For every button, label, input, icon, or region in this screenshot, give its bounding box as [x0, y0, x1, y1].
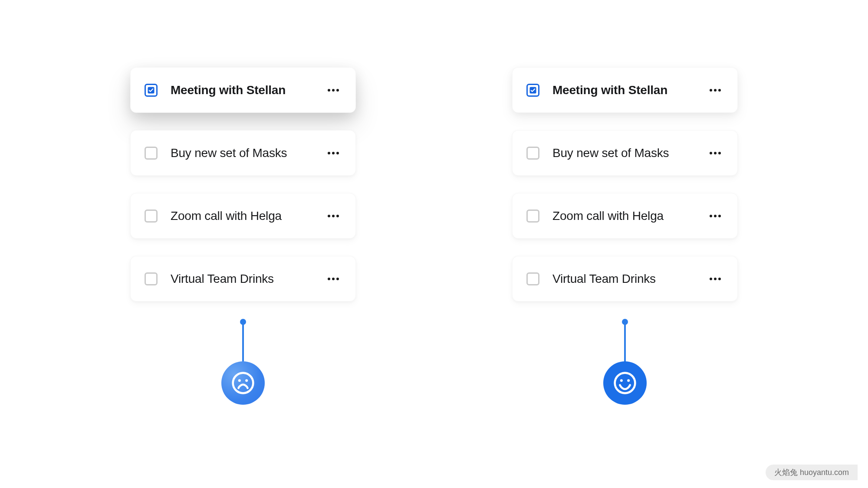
svg-point-6: [620, 379, 623, 382]
more-icon[interactable]: [325, 275, 342, 283]
task-card[interactable]: Buy new set of Masks: [512, 130, 738, 176]
more-icon[interactable]: [707, 275, 723, 283]
checkbox-icon[interactable]: [145, 272, 158, 285]
svg-point-3: [245, 379, 248, 382]
task-label: Virtual Team Drinks: [171, 272, 325, 286]
checkbox-icon[interactable]: [526, 272, 539, 285]
task-label: Virtual Team Drinks: [552, 272, 707, 286]
more-icon[interactable]: [325, 212, 342, 220]
task-label: Meeting with Stellan: [552, 83, 707, 97]
more-icon[interactable]: [707, 212, 723, 220]
checkbox-icon[interactable]: [526, 84, 539, 97]
checkbox-icon[interactable]: [145, 84, 158, 97]
sentiment-indicator: [603, 319, 647, 405]
happy-face-icon: [603, 361, 647, 405]
more-icon[interactable]: [325, 149, 342, 157]
checkbox-icon[interactable]: [145, 147, 158, 160]
task-label: Meeting with Stellan: [171, 83, 325, 97]
task-label: Buy new set of Masks: [552, 146, 707, 160]
right-task-list: Meeting with Stellan Buy new set of Mask…: [512, 67, 738, 301]
task-card[interactable]: Zoom call with Helga: [512, 193, 738, 239]
watermark-label: 火焰兔 huoyantu.com: [766, 465, 858, 480]
checkbox-icon[interactable]: [145, 210, 158, 223]
checkbox-icon[interactable]: [526, 147, 539, 160]
svg-point-7: [627, 379, 630, 382]
task-label: Zoom call with Helga: [552, 209, 707, 223]
task-label: Buy new set of Masks: [171, 146, 325, 160]
sad-face-icon: [221, 361, 265, 405]
task-card[interactable]: Zoom call with Helga: [130, 193, 356, 239]
svg-point-2: [238, 379, 241, 382]
more-icon[interactable]: [707, 149, 723, 157]
left-column: Meeting with Stellan Buy new set of Mask…: [130, 67, 356, 405]
more-icon[interactable]: [325, 86, 342, 94]
more-icon[interactable]: [707, 86, 723, 94]
checkbox-icon[interactable]: [526, 210, 539, 223]
task-label: Zoom call with Helga: [171, 209, 325, 223]
task-card[interactable]: Meeting with Stellan: [130, 67, 356, 113]
left-task-list: Meeting with Stellan Buy new set of Mask…: [130, 67, 356, 301]
indicator-line-icon: [242, 324, 244, 363]
right-column: Meeting with Stellan Buy new set of Mask…: [512, 67, 738, 405]
task-card[interactable]: Virtual Team Drinks: [512, 256, 738, 301]
indicator-line-icon: [624, 324, 626, 363]
task-card[interactable]: Virtual Team Drinks: [130, 256, 356, 301]
task-card[interactable]: Meeting with Stellan: [512, 67, 738, 113]
sentiment-indicator: [221, 319, 265, 405]
svg-point-1: [233, 373, 253, 393]
task-card[interactable]: Buy new set of Masks: [130, 130, 356, 176]
